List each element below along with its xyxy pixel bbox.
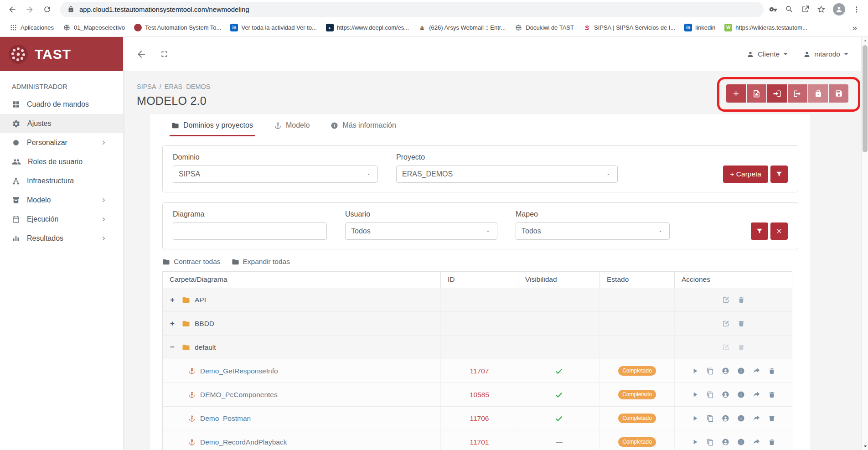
sidebar-item-ajustes[interactable]: Ajustes [0, 114, 123, 133]
browser-forward-button[interactable] [22, 2, 37, 17]
run-button[interactable] [691, 367, 699, 375]
usuario-select[interactable]: Todos [345, 222, 497, 240]
info-button[interactable] [737, 367, 745, 375]
info-button[interactable] [737, 414, 745, 422]
dominio-select[interactable]: SIPSA [173, 166, 378, 183]
bookmark-wikieras[interactable]: W https://wikieras.testautom... [720, 21, 811, 34]
breadcrumb-root[interactable]: SIPSA [137, 83, 156, 90]
bookmark-linkedin-actividad[interactable]: in Ver toda la actividad Ver to... [226, 21, 321, 34]
run-button[interactable] [691, 414, 699, 422]
collapse-toggle[interactable]: − [170, 343, 177, 351]
tab-modelo[interactable]: Modelo [274, 121, 310, 136]
import-button[interactable] [767, 84, 787, 103]
add-button[interactable] [726, 84, 746, 103]
bookmarks-overflow-chevron[interactable]: » [852, 23, 863, 33]
client-menu[interactable]: Cliente [747, 50, 788, 58]
sidebar-item-personalizar[interactable]: Personalizar [0, 133, 123, 152]
expand-toggle[interactable]: + [170, 296, 177, 304]
browser-back-button[interactable] [5, 2, 20, 17]
edit-button[interactable] [722, 296, 730, 304]
copy-button[interactable] [707, 367, 714, 375]
sidebar-item-roles-de-usuario[interactable]: Roles de usuario [0, 152, 123, 171]
delete-button[interactable] [738, 320, 745, 327]
user-menu[interactable]: mtarodo [803, 50, 848, 58]
address-bar[interactable]: app.cloud1.testautomationsystemtool.com/… [60, 2, 764, 17]
run-button[interactable] [691, 391, 699, 398]
owner-button[interactable] [722, 414, 729, 422]
bookmark-linkedin[interactable]: in linkedin [680, 21, 719, 34]
mapeo-select[interactable]: Todos [516, 222, 670, 240]
browser-menu-icon[interactable] [852, 5, 861, 14]
edit-button[interactable] [722, 320, 730, 327]
lock-button[interactable] [808, 84, 828, 103]
add-folder-button[interactable]: + Carpeta [723, 166, 768, 183]
owner-button[interactable] [722, 391, 729, 398]
anchor-icon [274, 122, 282, 129]
url-text[interactable]: app.cloud1.testautomationsystemtool.com/… [79, 5, 249, 13]
delete-button[interactable] [738, 296, 745, 304]
bookmark-sipsa[interactable]: S SIPSA | SIPSA Servicios de I... [579, 21, 679, 34]
zoom-icon[interactable] [785, 5, 794, 14]
scrollbar-thumb[interactable] [863, 45, 868, 152]
model-card: Dominios y proyectos Modelo Más informac… [150, 114, 810, 450]
info-button[interactable] [737, 391, 745, 398]
copy-button[interactable] [707, 391, 714, 398]
play-icon [691, 438, 699, 446]
run-button[interactable] [691, 438, 699, 446]
info-icon [737, 367, 745, 375]
sidebar-item-ejecucion[interactable]: Ejecución [0, 210, 123, 229]
export-model-file-button[interactable] [747, 84, 766, 103]
owner-button[interactable] [722, 438, 729, 446]
apply-filter-button[interactable] [751, 222, 768, 240]
bookmark-star-icon[interactable] [817, 5, 826, 14]
collapse-all-control[interactable]: Contraer todas [162, 258, 221, 266]
clear-filter-button[interactable] [770, 222, 788, 240]
share-button[interactable] [753, 391, 760, 398]
export-button[interactable] [788, 84, 807, 103]
delete-button[interactable] [768, 439, 775, 446]
proyecto-select[interactable]: ERAS_DEMOS [396, 166, 618, 183]
profile-avatar[interactable] [833, 3, 845, 16]
sidebar-item-cuadro-de-mandos[interactable]: Cuadro de mandos [0, 95, 123, 114]
expand-all-control[interactable]: Expandir todas [232, 258, 290, 266]
info-button[interactable] [737, 438, 745, 446]
scroll-up-arrow[interactable] [862, 37, 868, 44]
copy-button[interactable] [707, 439, 714, 446]
bookmark-arsys[interactable]: a (626) Arsys Webmail :: Entr... [414, 21, 510, 34]
save-button[interactable] [829, 84, 848, 103]
diagrama-input[interactable] [173, 222, 327, 240]
password-key-icon[interactable] [769, 5, 778, 14]
bookmark-mapeoselectivo[interactable]: 01_Mapeoselectivo [59, 21, 129, 34]
back-arrow-icon[interactable] [136, 49, 147, 60]
share-button[interactable] [753, 414, 760, 422]
owner-button[interactable] [722, 367, 729, 375]
edit-button[interactable] [722, 343, 730, 351]
share-button[interactable] [753, 438, 760, 446]
bookmark-tast[interactable]: Test Automation System To... [130, 21, 225, 34]
browser-reload-button[interactable] [39, 2, 55, 17]
copy-button[interactable] [707, 415, 714, 422]
delete-button[interactable] [738, 344, 745, 351]
scroll-down-arrow[interactable] [862, 443, 868, 450]
tab-mas-informacion[interactable]: Más información [331, 121, 396, 136]
sidebar-item-infraestructura[interactable]: Infraestructura [0, 171, 123, 191]
share-icon[interactable] [801, 5, 810, 14]
fullscreen-icon[interactable] [160, 49, 169, 59]
bookmark-aplicaciones[interactable]: Aplicaciones [5, 21, 58, 34]
bookmark-deepl[interactable]: ▸ https://www.deepl.com/es... [322, 21, 413, 34]
filter-button[interactable] [770, 166, 788, 183]
sidebar: TAST ADMINISTRADOR Cuadro de mandos Ajus… [0, 37, 123, 450]
page-scrollbar[interactable] [861, 37, 868, 450]
delete-button[interactable] [768, 367, 775, 375]
expand-toggle[interactable]: + [170, 320, 177, 327]
share-button[interactable] [753, 367, 760, 375]
breadcrumb-current: ERAS_DEMOS [165, 83, 211, 90]
delete-button[interactable] [768, 415, 775, 422]
tab-dominios-y-proyectos[interactable]: Dominios y proyectos [171, 121, 253, 136]
sidebar-item-resultados[interactable]: Resultados [0, 229, 123, 248]
bookmark-docukiwi[interactable]: Docukiwi de TAST [511, 21, 578, 34]
page-content: SIPSA / ERAS_DEMOS MODELO 2.0 Dominios y… [123, 71, 861, 450]
linkedin-icon: in [684, 24, 692, 31]
delete-button[interactable] [768, 391, 775, 398]
sidebar-item-modelo[interactable]: Modelo [0, 191, 123, 210]
